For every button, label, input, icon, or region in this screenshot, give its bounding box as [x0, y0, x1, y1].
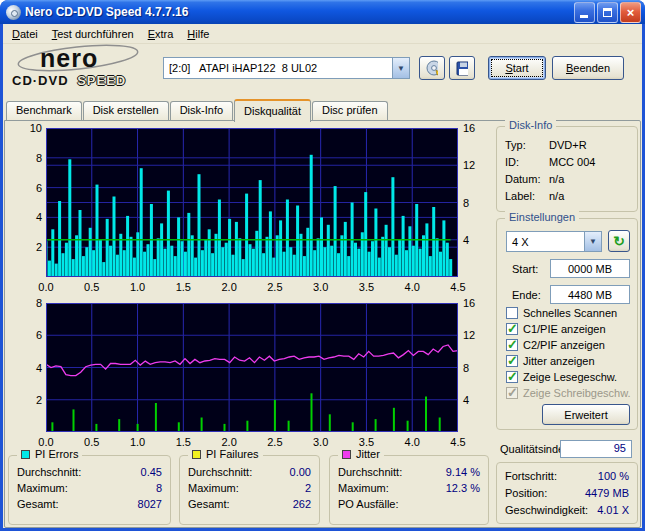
bottom-chart-left-axis: 8642 — [14, 303, 42, 432]
minimize-icon — [580, 15, 588, 18]
title-bar: Nero CD-DVD Speed 4.7.7.16 × — [0, 0, 645, 24]
progress-group: Fortschritt:100 % Position:4479 MB Gesch… — [496, 462, 638, 524]
jitter-title: Jitter — [356, 448, 380, 460]
top-chart-right-axis: 161284 — [463, 128, 487, 277]
exit-button-label: Beenden — [566, 62, 610, 74]
app-disc-icon — [6, 5, 21, 20]
progress-row: Geschwindigkeit:4.01 X — [497, 502, 637, 519]
disk-info-title: Disk-Info — [505, 119, 556, 131]
end-position-input[interactable] — [550, 285, 630, 304]
nero-logo-subtitle: CD·DVD SPEED — [12, 73, 126, 88]
pie-total-value: 8027 — [138, 496, 162, 512]
refresh-icon: ↻ — [613, 234, 625, 248]
disk-info-row: Datum:n/a — [497, 171, 637, 188]
app-window: Nero CD-DVD Speed 4.7.7.16 × Datei Test … — [0, 0, 645, 531]
speed-select[interactable]: 4 X ▼ — [506, 231, 602, 252]
drive-selector[interactable]: [2:0] ATAPI iHAP122 8 UL02 ▼ — [163, 57, 410, 79]
chevron-down-icon[interactable]: ▼ — [392, 58, 409, 78]
quality-index-value: 95 — [560, 440, 632, 458]
menu-extra[interactable]: Extra — [141, 26, 181, 42]
checkbox-zeige-schreibgeschw: Zeige Schreibgeschw. — [506, 386, 631, 400]
pi-errors-title: PI Errors — [35, 448, 78, 460]
disc-icon — [426, 60, 438, 76]
floppy-save-icon — [456, 61, 468, 76]
checkbox-icon — [506, 355, 518, 367]
minimize-button[interactable] — [574, 2, 595, 23]
jitter-max-value: 12.3 % — [446, 480, 480, 496]
disk-date-value: n/a — [549, 171, 564, 188]
start-button[interactable]: Start — [488, 56, 546, 80]
window-title: Nero CD-DVD Speed 4.7.7.16 — [25, 5, 574, 19]
bottom-chart-right-axis: 161284 — [463, 303, 487, 432]
pi-failures-group: PI Failures Durchschnitt:0.00 Maximum:2 … — [179, 455, 320, 525]
start-position-label: Start: — [512, 263, 538, 275]
progress-value: 100 % — [598, 468, 629, 485]
speed-select-value: 4 X — [507, 236, 584, 248]
checkbox-zeige-lesegeschw[interactable]: Zeige Lesegeschw. — [506, 370, 617, 384]
checkbox-c2-pif[interactable]: C2/PIF anzeigen — [506, 338, 605, 352]
tab-diskqualitaet[interactable]: Diskqualität — [234, 99, 311, 122]
pi-failures-color-swatch — [192, 450, 201, 459]
start-position-input[interactable] — [550, 259, 630, 278]
speed-value: 4.01 X — [597, 502, 629, 519]
jitter-avg-value: 9.14 % — [446, 464, 480, 480]
jitter-group: Jitter Durchschnitt:9.14 % Maximum:12.3 … — [329, 455, 489, 525]
save-button[interactable] — [449, 56, 475, 80]
nero-logo-text: nero — [40, 44, 98, 73]
maximize-icon — [603, 8, 612, 17]
pi-errors-color-swatch — [21, 450, 30, 459]
checkbox-icon — [506, 323, 518, 335]
checkbox-icon — [506, 339, 518, 351]
pif-total-value: 262 — [293, 496, 311, 512]
pie-avg-value: 0.45 — [141, 464, 162, 480]
menu-hilfe[interactable]: Hilfe — [180, 26, 216, 42]
tab-disk-info[interactable]: Disk-Info — [170, 101, 233, 120]
pif-max-value: 2 — [305, 480, 311, 496]
pi-errors-chart — [46, 128, 458, 277]
refresh-speeds-button[interactable]: ↻ — [608, 230, 630, 252]
disk-id-value: MCC 004 — [549, 154, 595, 171]
checkbox-c1-pie[interactable]: C1/PIE anzeigen — [506, 322, 606, 336]
end-position-label: Ende: — [512, 289, 541, 301]
pif-avg-value: 0.00 — [290, 464, 311, 480]
disk-type-value: DVD+R — [549, 137, 587, 154]
tab-disk-erstellen[interactable]: Disk erstellen — [83, 101, 169, 120]
disk-info-group: Disk-Info Typ:DVD+R ID:MCC 004 Datum:n/a… — [496, 126, 638, 212]
position-value: 4479 MB — [585, 485, 629, 502]
checkbox-icon — [506, 307, 518, 319]
chevron-down-icon[interactable]: ▼ — [584, 232, 601, 251]
checkbox-icon — [506, 371, 518, 383]
menu-test-durchfuehren[interactable]: Test durchführen — [45, 26, 141, 42]
maximize-button[interactable] — [597, 2, 618, 23]
disk-info-row: Typ:DVD+R — [497, 137, 637, 154]
settings-title: Einstellungen — [505, 211, 579, 223]
tab-bar: Benchmark Disk erstellen Disk-Info Diskq… — [6, 98, 639, 121]
drive-selector-value: [2:0] ATAPI iHAP122 8 UL02 — [164, 62, 392, 74]
menu-datei[interactable]: Datei — [5, 26, 45, 42]
pi-failures-title: PI Failures — [206, 448, 259, 460]
jitter-color-swatch — [342, 450, 351, 459]
nero-logo: nero CD·DVD SPEED — [10, 46, 160, 92]
tab-benchmark[interactable]: Benchmark — [6, 101, 82, 120]
progress-row: Fortschritt:100 % — [497, 468, 637, 485]
close-button[interactable]: × — [620, 2, 641, 23]
top-chart-left-axis: 108642 — [14, 128, 42, 277]
checkbox-jitter[interactable]: Jitter anzeigen — [506, 354, 595, 368]
logo-cddvd-text: CD·DVD — [12, 73, 69, 88]
progress-row: Position:4479 MB — [497, 485, 637, 502]
disk-info-row: ID:MCC 004 — [497, 154, 637, 171]
checkbox-icon — [506, 387, 518, 399]
advanced-button-label: Erweitert — [564, 409, 607, 421]
menu-bar: Datei Test durchführen Extra Hilfe — [3, 24, 642, 44]
tab-disc-pruefen[interactable]: Disc prüfen — [312, 101, 388, 120]
jitter-chart — [46, 303, 458, 432]
eject-disc-button[interactable] — [419, 56, 445, 80]
checkbox-schnelles-scannen[interactable]: Schnelles Scannen — [506, 306, 617, 320]
logo-speed-text: SPEED — [77, 73, 126, 88]
start-button-label: Start — [505, 62, 528, 74]
close-icon: × — [627, 6, 635, 19]
advanced-button[interactable]: Erweitert — [542, 404, 630, 425]
disk-info-row: Label:n/a — [497, 188, 637, 205]
disk-label-value: n/a — [549, 188, 564, 205]
exit-button[interactable]: Beenden — [552, 56, 624, 80]
